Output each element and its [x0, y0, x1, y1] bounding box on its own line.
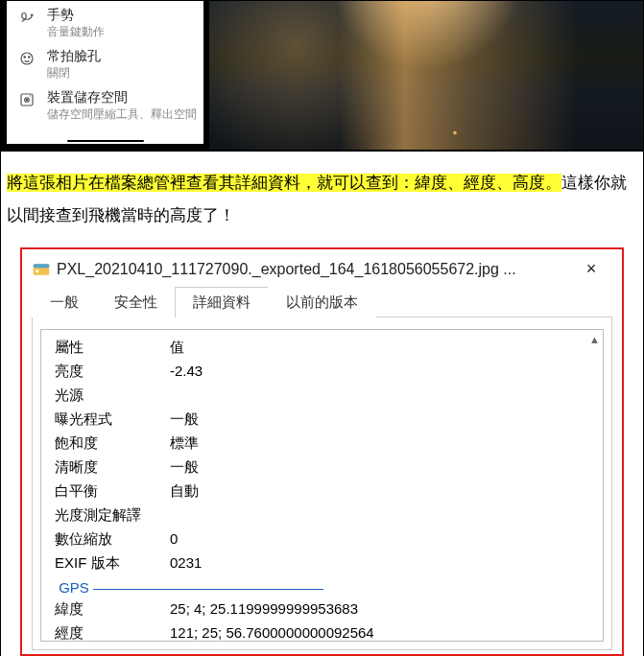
dialog-title: PXL_20210410_111727090._exported_164_161… — [57, 261, 574, 278]
svg-point-6 — [26, 100, 28, 102]
detail-row: 曝光程式 — [55, 408, 170, 432]
setting-item-gesture[interactable]: 手勢 音量鍵動作 — [16, 1, 203, 42]
gps-row: 緯度 — [55, 597, 170, 621]
image-file-icon — [32, 260, 51, 279]
svg-point-2 — [24, 57, 26, 59]
detail-row: 光源 — [55, 384, 170, 408]
setting-sub: 音量鍵動作 — [47, 25, 105, 38]
svg-point-9 — [36, 269, 38, 272]
face-icon — [16, 48, 37, 69]
close-button[interactable]: × — [574, 259, 608, 279]
aerial-night-photo — [209, 1, 643, 150]
phone-settings-frame: 手勢 音量鍵動作 常拍臉孔 關閉 — [1, 1, 209, 150]
article-text: 將這張相片在檔案總管裡查看其詳細資料，就可以查到：緯度、經度、高度。這樣你就以間… — [1, 152, 643, 247]
highlighted-sentence: 將這張相片在檔案總管裡查看其詳細資料，就可以查到：緯度、經度、高度。 — [7, 174, 561, 192]
dialog-tabs: 一般 安全性 詳細資料 以前的版本 — [32, 287, 612, 317]
storage-icon — [16, 89, 37, 110]
dialog-titlebar: PXL_20210410_111727090._exported_164_161… — [32, 259, 612, 287]
tab-security[interactable]: 安全性 — [96, 287, 176, 317]
setting-sub: 儲存空間壓縮工具、釋出空間 — [47, 107, 197, 121]
file-properties-dialog: PXL_20210410_111727090._exported_164_161… — [20, 247, 624, 656]
tab-previous[interactable]: 以前的版本 — [268, 287, 376, 317]
nav-handle — [67, 140, 144, 142]
detail-row: 數位縮放 — [55, 527, 170, 551]
svg-rect-8 — [34, 264, 50, 268]
detail-row: 光度測定解譯 — [55, 504, 170, 527]
column-header-property: 屬性 — [55, 336, 170, 360]
top-row: 手勢 音量鍵動作 常拍臉孔 關閉 — [1, 1, 643, 152]
setting-title: 裝置儲存空間 — [47, 89, 197, 105]
scroll-up-icon[interactable]: ▲ — [589, 334, 600, 345]
detail-row: 白平衡 — [55, 480, 170, 504]
gps-row: 經度 — [55, 621, 170, 642]
details-panel: ▲ 屬性 值 亮度-2.43 光源 曝光程式一般 飽和度標準 清晰度一般 — [40, 329, 604, 642]
svg-point-3 — [29, 57, 31, 59]
setting-item-faces[interactable]: 常拍臉孔 關閉 — [16, 42, 203, 83]
detail-row: 清晰度 — [55, 456, 170, 480]
gesture-icon — [16, 7, 37, 28]
setting-sub: 關閉 — [47, 66, 101, 80]
column-header-value: 值 — [170, 336, 562, 360]
svg-point-1 — [21, 53, 33, 64]
svg-point-0 — [32, 14, 34, 16]
detail-row: EXIF 版本 — [55, 551, 170, 575]
setting-title: 手勢 — [47, 7, 105, 23]
setting-title: 常拍臉孔 — [47, 48, 101, 64]
detail-row: 亮度 — [55, 360, 170, 384]
tab-details[interactable]: 詳細資料 — [175, 287, 269, 317]
gps-section-header: GPS ———————————————— — [55, 575, 589, 597]
tab-general[interactable]: 一般 — [32, 287, 97, 317]
detail-row: 飽和度 — [55, 432, 170, 456]
setting-item-storage[interactable]: 裝置儲存空間 儲存空間壓縮工具、釋出空間 — [16, 83, 203, 125]
